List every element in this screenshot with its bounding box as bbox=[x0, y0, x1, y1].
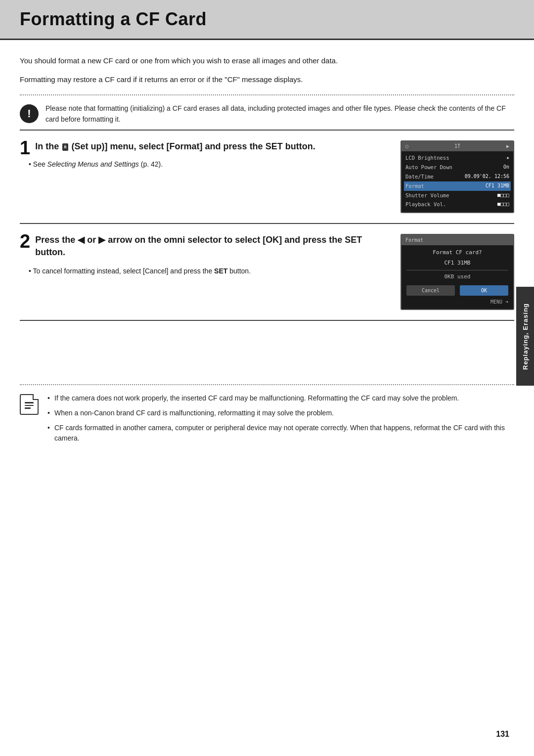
intro-para2: Formatting may restore a CF card if it r… bbox=[20, 74, 514, 86]
menu-row-format: Format CF1 31MB bbox=[404, 181, 511, 191]
step-2-number: 2 bbox=[20, 234, 30, 251]
bottom-bullet-2: When a non-Canon brand CF card is malfun… bbox=[45, 408, 514, 419]
step-1-heading: In the ñ (Set up)] menu, select [Format]… bbox=[20, 140, 391, 153]
bottom-bullet-list: If the camera does not work properly, th… bbox=[45, 393, 514, 448]
step-1-note: See Selecting Menus and Settings (p. 42)… bbox=[29, 159, 391, 170]
divider-bottom bbox=[20, 384, 514, 385]
format-menu-label: MENU ➜ bbox=[406, 298, 508, 306]
bottom-bullet-3: CF cards formatted in another camera, co… bbox=[45, 423, 514, 444]
bottom-section: If the camera does not work properly, th… bbox=[20, 370, 514, 448]
main-content: You should format a new CF card or one f… bbox=[0, 40, 534, 473]
menu-row-lcd: LCD Brightness ★ bbox=[405, 153, 509, 163]
format-card-info: CF1 31MB bbox=[406, 259, 508, 268]
page-number: 131 bbox=[496, 730, 509, 739]
step-2-sub-note: To cancel formatting instead, select [Ca… bbox=[29, 266, 391, 276]
step-2-set-label: SET bbox=[345, 235, 362, 245]
format-btn-row: Cancel OK bbox=[406, 285, 508, 296]
step-1-heading-block: 1 In the ñ (Set up)] menu, select [Forma… bbox=[20, 140, 391, 157]
bottom-bullet-1: If the camera does not work properly, th… bbox=[45, 393, 514, 404]
step-2-screen: Format Format CF card? CF1 31MB 0KB used… bbox=[400, 234, 514, 310]
format-screen-title: Format bbox=[401, 235, 513, 245]
menu-row-playback: Playback Vol. ■□□□ bbox=[405, 200, 509, 209]
step-2-left: 2 Press the ◀ or ▶ arrow on the omni sel… bbox=[20, 234, 400, 276]
step-1-screen: ○ 1T ▶ LCD Brightness ★ Auto Power Down … bbox=[400, 140, 514, 213]
step-1-set-label: SET bbox=[266, 141, 283, 151]
step-1-left: 1 In the ñ (Set up)] menu, select [Forma… bbox=[20, 140, 400, 170]
page-title: Formatting a CF Card bbox=[20, 9, 514, 30]
warning-box: ! Please note that formatting (initializ… bbox=[20, 103, 514, 125]
step-2-heading-block: 2 Press the ◀ or ▶ arrow on the omni sel… bbox=[20, 234, 391, 263]
format-divider bbox=[406, 270, 508, 270]
step-1-section: 1 In the ñ (Set up)] menu, select [Forma… bbox=[20, 130, 514, 224]
format-screen: Format Format CF card? CF1 31MB 0KB used… bbox=[400, 234, 514, 310]
screen-title-row: ○ 1T ▶ bbox=[401, 141, 513, 151]
divider-top bbox=[20, 94, 514, 95]
warning-text: Please note that formatting (initializin… bbox=[45, 103, 514, 125]
sidebar-tab: Replaying, Erasing bbox=[516, 287, 534, 386]
camera-screen-1: ○ 1T ▶ LCD Brightness ★ Auto Power Down … bbox=[400, 140, 514, 213]
intro-para1: You should format a new CF card or one f… bbox=[20, 55, 514, 67]
info-document-icon bbox=[20, 394, 39, 415]
format-cancel-btn[interactable]: Cancel bbox=[406, 285, 455, 296]
format-used-info: 0KB used bbox=[406, 272, 508, 282]
menu-row-shutter: Shutter Volume ■□□□ bbox=[405, 191, 509, 200]
format-question: Format CF card? bbox=[406, 248, 508, 258]
bottom-notes-box: If the camera does not work properly, th… bbox=[20, 393, 514, 448]
step-2-section: 2 Press the ◀ or ▶ arrow on the omni sel… bbox=[20, 224, 514, 321]
page-container: Formatting a CF Card Replaying, Erasing … bbox=[0, 0, 534, 756]
menu-row-datetime: Date/Time 09.09'02. 12:56 bbox=[405, 172, 509, 181]
menu-row-apd: Auto Power Down On bbox=[405, 163, 509, 172]
setup-menu-icon: ñ bbox=[62, 143, 68, 151]
step-2-heading: Press the ◀ or ▶ arrow on the omni selec… bbox=[20, 234, 391, 259]
title-bar: Formatting a CF Card bbox=[0, 0, 534, 40]
format-ok-btn[interactable]: OK bbox=[460, 285, 508, 296]
step-1-number: 1 bbox=[20, 140, 30, 157]
info-icon-lines bbox=[25, 402, 34, 409]
warning-icon: ! bbox=[20, 104, 39, 123]
